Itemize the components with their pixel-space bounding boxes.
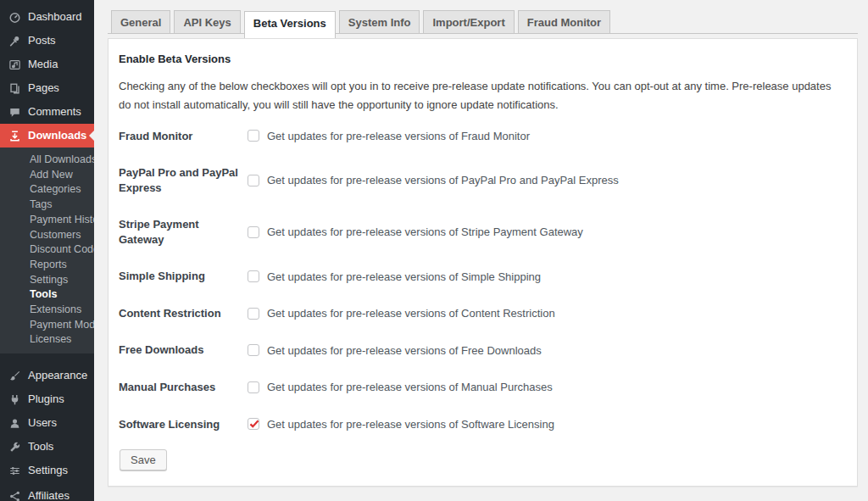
appearance-brush-icon (8, 369, 22, 382)
affiliates-icon (8, 489, 22, 501)
sidebar-subitem-customers[interactable]: Customers (0, 228, 94, 243)
checkbox-text: Get updates for pre-release versions of … (267, 418, 554, 431)
sidebar-subitem-payment-history[interactable]: Payment History (0, 213, 94, 228)
beta-versions-panel: Enable Beta Versions Checking any of the… (108, 38, 858, 487)
checkbox-label[interactable]: Get updates for pre-release versions of … (248, 307, 555, 320)
sidebar-item-pages[interactable]: Pages (0, 76, 94, 100)
panel-description: Checking any of the below checkboxes wil… (119, 77, 843, 114)
checkbox-text: Get updates for pre-release versions of … (267, 381, 553, 393)
sidebar-item-label: Affiliates (28, 490, 70, 501)
checkbox[interactable] (248, 130, 259, 142)
checkbox-text: Get updates for pre-release versions of … (267, 270, 541, 283)
sidebar-item-label: Plugins (28, 393, 64, 405)
media-icon (8, 58, 22, 71)
sidebar-subitem-categories[interactable]: Categories (0, 182, 94, 198)
setting-row: Simple Shipping Get updates for pre-rele… (119, 258, 843, 295)
checkbox-text: Get updates for pre-release versions of … (267, 344, 542, 357)
checkbox[interactable] (248, 175, 259, 186)
downloads-icon (8, 129, 22, 142)
sidebar-item-settings[interactable]: Settings (0, 459, 94, 482)
users-icon (8, 416, 22, 430)
sidebar-subitem-payment-moderation[interactable]: Payment Moderation (0, 318, 94, 333)
sidebar-subitem-tools[interactable]: Tools (0, 287, 94, 303)
checkbox[interactable] (248, 418, 259, 430)
sidebar-separator (0, 353, 94, 364)
tab-import-export[interactable]: Import/Export (423, 10, 514, 33)
checkbox[interactable] (248, 308, 259, 320)
setting-row: PayPal Pro and PayPal Express Get update… (119, 154, 843, 206)
checkbox-label[interactable]: Get updates for pre-release versions of … (248, 130, 530, 142)
checkbox-label[interactable]: Get updates for pre-release versions of … (248, 344, 542, 357)
setting-row: Fraud Monitor Get updates for pre-releas… (119, 118, 843, 155)
sidebar-subitem-add-new[interactable]: Add New (0, 168, 94, 183)
checkbox[interactable] (248, 344, 259, 356)
checkbox[interactable] (248, 270, 259, 282)
setting-row: Manual Purchases Get updates for pre-rel… (119, 369, 843, 406)
settings-tab-bar: GeneralAPI KeysBeta VersionsSystem InfoI… (108, 10, 858, 34)
sidebar-item-comments[interactable]: Comments (0, 100, 94, 124)
setting-row: Free Downloads Get updates for pre-relea… (119, 331, 843, 369)
tab-beta-versions[interactable]: Beta Versions (244, 11, 336, 38)
checkbox-text: Get updates for pre-release versions of … (267, 307, 555, 320)
setting-row: Stripe Payment Gateway Get updates for p… (119, 206, 843, 258)
sidebar-subitem-reports[interactable]: Reports (0, 258, 94, 273)
downloads-submenu: All DownloadsAdd NewCategoriesTagsPaymen… (0, 148, 94, 353)
sidebar-item-tools[interactable]: Tools (0, 435, 94, 459)
setting-row: Content Restriction Get updates for pre-… (119, 295, 843, 332)
sidebar-subitem-all-downloads[interactable]: All Downloads (0, 153, 94, 168)
panel-heading: Enable Beta Versions (119, 53, 843, 65)
setting-label: Manual Purchases (119, 380, 248, 395)
wordpress-admin: Dashboard Posts Media Pages Comments Dow… (0, 0, 868, 501)
sidebar-item-appearance[interactable]: Appearance (0, 364, 94, 387)
tab-general[interactable]: General (111, 10, 170, 33)
sidebar-item-media[interactable]: Media (0, 53, 94, 76)
sidebar-subitem-extensions[interactable]: Extensions (0, 303, 94, 318)
sidebar-item-label: Tools (28, 441, 53, 453)
setting-label: Fraud Monitor (119, 129, 248, 144)
checkbox[interactable] (248, 381, 259, 393)
sidebar-item-label: Media (28, 58, 58, 70)
checkbox[interactable] (248, 226, 259, 238)
checkbox-label[interactable]: Get updates for pre-release versions of … (248, 418, 554, 431)
sidebar-item-label: Posts (28, 35, 56, 47)
tab-system-info[interactable]: System Info (339, 10, 420, 33)
sidebar-item-affiliates[interactable]: Affiliates (0, 484, 94, 501)
setting-label: PayPal Pro and PayPal Express (119, 165, 248, 195)
checkbox-text: Get updates for pre-release versions of … (267, 130, 530, 142)
sidebar-item-label: Downloads (28, 130, 86, 142)
sidebar-subitem-discount-codes[interactable]: Discount Codes (0, 242, 94, 258)
sidebar-item-posts[interactable]: Posts (0, 29, 94, 53)
admin-sidebar: Dashboard Posts Media Pages Comments Dow… (0, 0, 94, 501)
checkbox-label[interactable]: Get updates for pre-release versions of … (248, 381, 553, 393)
settings-icon (8, 464, 22, 477)
sidebar-item-label: Users (28, 417, 57, 429)
sidebar-subitem-licenses[interactable]: Licenses (0, 332, 94, 348)
sidebar-item-label: Pages (28, 82, 59, 94)
settings-content: GeneralAPI KeysBeta VersionsSystem InfoI… (94, 0, 868, 501)
pages-icon (8, 81, 22, 95)
checkbox-label[interactable]: Get updates for pre-release versions of … (248, 225, 583, 238)
save-button[interactable]: Save (120, 449, 167, 470)
setting-label: Free Downloads (119, 342, 248, 358)
posts-pin-icon (8, 34, 22, 47)
sidebar-subitem-settings[interactable]: Settings (0, 273, 94, 288)
checkbox-text: Get updates for pre-release versions of … (267, 225, 583, 238)
tab-fraud-monitor[interactable]: Fraud Monitor (518, 10, 610, 33)
tab-api-keys[interactable]: API Keys (174, 10, 240, 33)
settings-rows: Fraud Monitor Get updates for pre-releas… (119, 118, 843, 443)
setting-label: Simple Shipping (119, 269, 248, 284)
sidebar-subitem-tags[interactable]: Tags (0, 198, 94, 213)
sidebar-item-users[interactable]: Users (0, 411, 94, 435)
checkbox-label[interactable]: Get updates for pre-release versions of … (248, 174, 619, 186)
comments-icon (8, 105, 22, 119)
plugins-icon (8, 392, 22, 406)
checkbox-text: Get updates for pre-release versions of … (267, 174, 619, 186)
sidebar-item-plugins[interactable]: Plugins (0, 387, 94, 411)
setting-label: Stripe Payment Gateway (119, 217, 248, 247)
sidebar-item-label: Comments (28, 106, 81, 118)
sidebar-item-dashboard[interactable]: Dashboard (0, 5, 94, 29)
setting-label: Software Licensing (119, 417, 248, 432)
sidebar-item-downloads[interactable]: Downloads (0, 124, 94, 148)
checkbox-label[interactable]: Get updates for pre-release versions of … (248, 270, 541, 283)
setting-row: Software Licensing Get updates for pre-r… (119, 406, 843, 443)
